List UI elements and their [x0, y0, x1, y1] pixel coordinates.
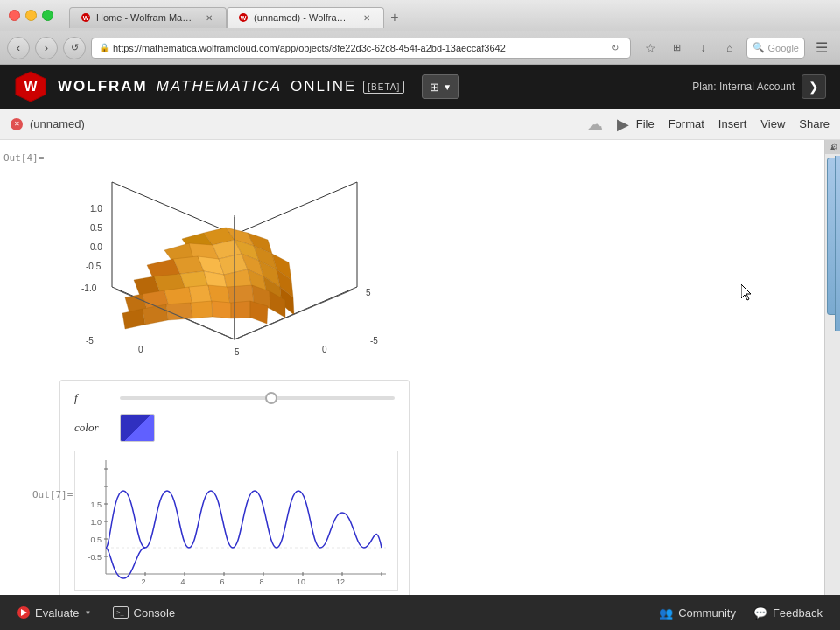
- wolfram-logo[interactable]: W: [14, 70, 47, 103]
- tab-notebook[interactable]: W (unnamed) - Wolfram Math... ✕: [227, 7, 384, 28]
- notebook-area[interactable]: Out[4]= -5: [0, 140, 824, 595]
- new-tab-button[interactable]: +: [384, 7, 405, 28]
- svg-marker-60: [191, 301, 213, 318]
- menu-share[interactable]: Share: [799, 117, 830, 130]
- out7-label: Out[7]=: [32, 486, 73, 501]
- controls-panel: f color Out[7]=: [60, 380, 410, 595]
- svg-text:0.0: 0.0: [90, 242, 102, 252]
- svg-text:6: 6: [220, 578, 224, 586]
- refresh-button[interactable]: ↻: [607, 40, 623, 56]
- menu-format[interactable]: Format: [668, 117, 704, 130]
- back-button[interactable]: ‹: [7, 37, 30, 60]
- right-scrollbar[interactable]: ▲ ⚙: [824, 140, 840, 595]
- minimize-window-button[interactable]: [25, 10, 37, 21]
- svg-marker-61: [212, 301, 231, 318]
- run-icon[interactable]: ▶: [617, 115, 629, 134]
- svg-text:5: 5: [366, 288, 371, 298]
- notebook-close-btn[interactable]: ✕: [10, 118, 23, 130]
- wolfram-brand: WOLFRAM: [58, 78, 148, 95]
- svg-text:1.0: 1.0: [90, 204, 102, 214]
- evaluate-button[interactable]: Evaluate ▼: [10, 603, 99, 623]
- menu-insert[interactable]: Insert: [718, 117, 747, 130]
- svg-marker-62: [231, 301, 250, 318]
- svg-text:-0.5: -0.5: [88, 553, 102, 562]
- wolfram-header: W WOLFRAM MATHEMATICA ONLINE [BETA] ⊞ ▼ …: [0, 65, 840, 108]
- grid-button[interactable]: ⊞ ▼: [422, 74, 459, 99]
- collapse-button[interactable]: ❯: [802, 74, 826, 99]
- tab-label-notebook: (unnamed) - Wolfram Math...: [254, 12, 352, 23]
- plan-label: Plan: Internal Account: [692, 80, 794, 93]
- tab-favicon-notebook: W: [238, 11, 248, 24]
- reader-icon[interactable]: ⊞: [666, 37, 689, 60]
- bookmark-icon[interactable]: ☆: [640, 37, 662, 60]
- slider-label: f: [74, 391, 109, 405]
- svg-text:W: W: [24, 79, 38, 94]
- beta-badge: [BETA]: [363, 80, 404, 94]
- svg-text:4: 4: [180, 578, 185, 586]
- evaluate-icon: [18, 606, 30, 619]
- out7-text: Out[7]=: [32, 489, 73, 500]
- home-icon[interactable]: ⌂: [718, 37, 741, 60]
- svg-text:0: 0: [322, 345, 327, 354]
- svg-text:W: W: [241, 15, 247, 21]
- color-swatch[interactable]: [120, 414, 155, 442]
- notebook-menu: File Format Insert View Share: [636, 117, 830, 130]
- svg-text:0.5: 0.5: [90, 536, 102, 544]
- color-row: color: [74, 414, 395, 442]
- forward-button[interactable]: ›: [35, 37, 58, 60]
- console-icon: >_: [113, 606, 129, 619]
- console-button[interactable]: >_ Console: [106, 603, 183, 623]
- community-button[interactable]: 👥 Community: [652, 603, 743, 623]
- tab-home[interactable]: W Home - Wolfram Mathemati... ✕: [69, 7, 227, 28]
- toolbar-icons: ☆ ⊞ ↓ ⌂: [640, 37, 741, 60]
- close-window-button[interactable]: [9, 10, 20, 21]
- out4-label: Out[4]=: [4, 149, 44, 164]
- menu-file[interactable]: File: [636, 117, 654, 130]
- svg-text:5: 5: [234, 347, 240, 357]
- slider-track[interactable]: [120, 396, 395, 400]
- hamburger-menu[interactable]: ☰: [810, 37, 833, 60]
- slider-row: f: [74, 391, 395, 405]
- feedback-button[interactable]: 💬 Feedback: [746, 603, 830, 623]
- search-icon: 🔍: [752, 42, 765, 53]
- svg-line-11: [112, 182, 234, 234]
- svg-marker-59: [166, 303, 192, 320]
- cell-bracket: [835, 156, 840, 331]
- slider-thumb[interactable]: [265, 392, 277, 404]
- svg-text:1.5: 1.5: [90, 500, 102, 509]
- search-text: Google: [768, 43, 799, 53]
- wolfram-right-section: Plan: Internal Account ❯: [692, 74, 826, 99]
- settings-icon[interactable]: ⚙: [830, 142, 838, 151]
- url-bar[interactable]: 🔒 https://mathematica.wolframcloud.com/a…: [91, 38, 631, 59]
- 3d-plot-container[interactable]: -5 0 5 0 -5 5 -1.0 -0.5 0.0 0.5 1.0: [60, 156, 410, 366]
- tab-close-notebook[interactable]: ✕: [360, 11, 373, 24]
- svg-text:0.5: 0.5: [90, 223, 102, 233]
- feedback-icon: 💬: [753, 606, 767, 620]
- maximize-window-button[interactable]: [42, 10, 53, 21]
- dropdown-arrow: ▼: [443, 82, 452, 92]
- menu-view[interactable]: View: [760, 117, 785, 130]
- address-bar: ‹ › ↺ 🔒 https://mathematica.wolframcloud…: [0, 32, 840, 65]
- 2d-plot-container[interactable]: 2 4 6 8 10 12 -0.5 0.5: [74, 451, 398, 591]
- browser-titlebar: W Home - Wolfram Mathemati... ✕ W (unnam…: [0, 0, 840, 32]
- 2d-plot-section: Out[7]=: [74, 451, 395, 591]
- tabs-bar: W Home - Wolfram Mathemati... ✕ W (unnam…: [69, 4, 831, 28]
- 2d-plot-svg: 2 4 6 8 10 12 -0.5 0.5: [75, 452, 398, 591]
- reload-button[interactable]: ↺: [63, 37, 86, 60]
- traffic-lights: [9, 10, 53, 21]
- svg-text:-1.0: -1.0: [81, 284, 97, 293]
- notebook-title: (unnamed): [30, 117, 580, 130]
- download-icon[interactable]: ↓: [692, 37, 715, 60]
- svg-text:8: 8: [259, 578, 263, 586]
- status-right: 👥 Community 💬 Feedback: [652, 603, 830, 623]
- tab-close-home[interactable]: ✕: [203, 11, 215, 24]
- color-label: color: [74, 421, 109, 435]
- search-bar[interactable]: 🔍 Google: [746, 38, 805, 59]
- lock-icon: 🔒: [99, 43, 109, 52]
- scrollbar-track: ▲ ⚙: [825, 140, 840, 595]
- evaluate-dropdown-arrow: ▼: [85, 609, 92, 617]
- svg-text:10: 10: [297, 578, 305, 586]
- evaluate-label: Evaluate: [35, 606, 80, 620]
- mathematica-brand: MATHEMATICA: [157, 78, 282, 95]
- wolfram-title: WOLFRAM MATHEMATICA ONLINE [BETA]: [58, 78, 404, 95]
